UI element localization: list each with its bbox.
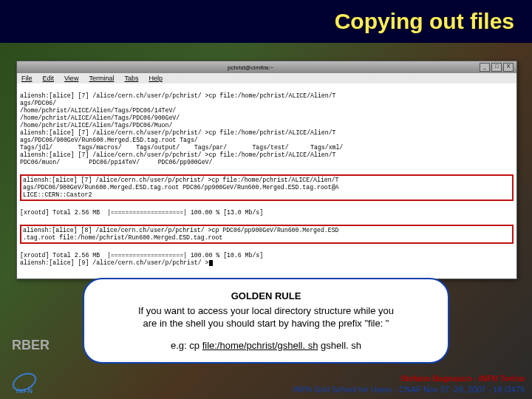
term-highlight-1: aliensh:[alice] [7] /alice/cern.ch/user/…: [23, 177, 511, 199]
title-bar: Copying out files: [0, 0, 532, 43]
callout-line-1: If you want to access your local directo…: [102, 304, 430, 318]
callout-headline: GOLDEN RULE: [102, 290, 430, 303]
maximize-button[interactable]: □: [491, 63, 502, 72]
menu-terminal[interactable]: Terminal: [89, 75, 114, 82]
highlight-box-1: aliensh:[alice] [7] /alice/cern.ch/user/…: [20, 174, 514, 201]
window-controls: _ □ X: [480, 63, 514, 72]
terminal-window: pchrist@cimitra:~ _ □ X File Edit View T…: [16, 61, 517, 279]
corner-label: RBER: [12, 338, 50, 353]
callout-example: e.g: cp file:/home/pchrist/gshell. sh gs…: [102, 339, 430, 352]
golden-rule-callout: GOLDEN RULE If you want to access your l…: [83, 278, 449, 364]
infn-logo: INFN: [7, 374, 41, 395]
slide-title: Copying out files: [335, 9, 514, 34]
menu-edit[interactable]: Edit: [43, 75, 55, 82]
menu-view[interactable]: View: [64, 75, 78, 82]
callout-line-2: are in the shell you should start by hav…: [102, 317, 430, 330]
terminal-body: aliensh:[alice] [7] /alice/cern.ch/user/…: [17, 83, 516, 279]
highlight-box-2: aliensh:[alice] [8] /alice/cern.ch/user/…: [20, 225, 514, 244]
term-block-bottom: [xrootd] Total 2.56 MB |================…: [20, 252, 263, 266]
menu-help[interactable]: Help: [149, 75, 163, 82]
menu-tabs[interactable]: Tabs: [124, 75, 138, 82]
example-link: file:/home/pchrist/gshell. sh: [202, 340, 318, 351]
footer-author: Stefano Bagnasco - INFN Torino: [293, 373, 525, 383]
close-button[interactable]: X: [503, 63, 514, 72]
menu-file[interactable]: File: [21, 75, 33, 82]
example-prefix: e.g: cp: [171, 340, 202, 351]
slide-root: Copying out files pchrist@cimitra:~ _ □ …: [0, 0, 532, 399]
terminal-titlebar: pchrist@cimitra:~ _ □ X: [17, 61, 516, 73]
terminal-menubar: File Edit View Terminal Tabs Help: [17, 73, 516, 83]
footer: Stefano Bagnasco - INFN Torino INFN Grid…: [293, 373, 525, 395]
terminal-title-left: [20, 64, 21, 71]
example-suffix: gshell. sh: [318, 340, 361, 351]
minimize-button[interactable]: _: [480, 63, 490, 72]
term-mid-line: [xrootd] Total 2.56 MB |================…: [20, 209, 514, 216]
cursor-icon: [209, 260, 213, 266]
footer-venue: INFN Grid School for Users - CNAF Nov 27…: [293, 384, 525, 395]
term-block-top: aliensh:[alice] [7] /alice/cern.ch/user/…: [20, 92, 514, 166]
term-highlight-2: aliensh:[alice] [8] /alice/cern.ch/user/…: [23, 227, 511, 242]
terminal-title: pchrist@cimitra:~: [228, 64, 273, 71]
